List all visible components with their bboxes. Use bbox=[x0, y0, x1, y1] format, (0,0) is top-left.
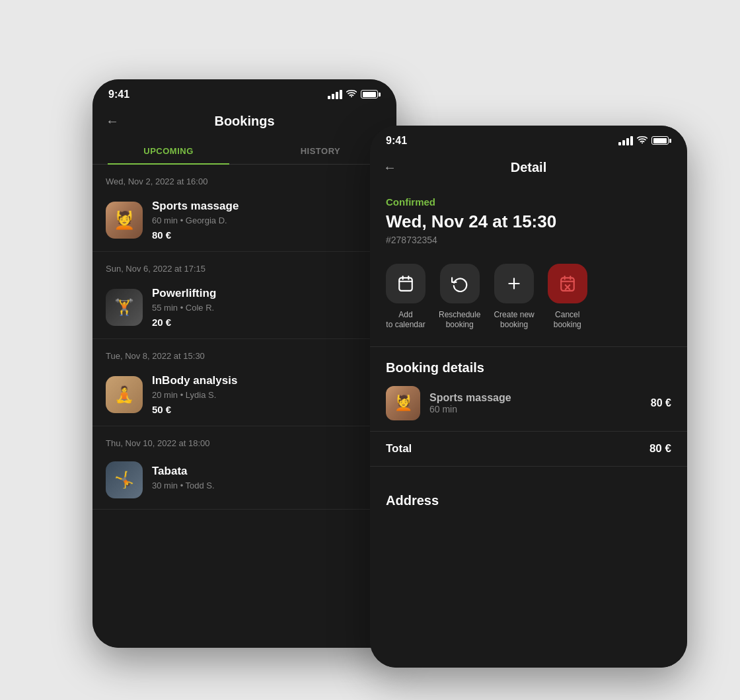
battery-icon-detail bbox=[651, 136, 671, 145]
booking-date-4: Thu, Nov 10, 2022 at 18:00 bbox=[92, 426, 396, 455]
cancel-booking-label: Cancelbooking bbox=[554, 310, 581, 331]
booking-item-3[interactable]: InBody analysis 20 min • Lydia S. 50 € bbox=[92, 368, 396, 426]
phone-detail: 9:41 bbox=[370, 126, 687, 668]
detail-service-row: 💆 Sports massage 60 min 80 € bbox=[386, 386, 671, 420]
reschedule-button[interactable]: Reschedulebooking bbox=[439, 264, 480, 331]
reschedule-icon bbox=[451, 275, 468, 292]
status-time-bookings: 9:41 bbox=[108, 89, 130, 100]
booking-name-2: Powerlifting bbox=[152, 287, 383, 300]
reschedule-label: Reschedulebooking bbox=[439, 310, 480, 331]
booking-meta-3: 20 min • Lydia S. bbox=[152, 390, 383, 400]
wifi-icon bbox=[346, 89, 357, 100]
booking-item-2[interactable]: Powerlifting 55 min • Cole R. 20 € bbox=[92, 280, 396, 339]
detail-content: Confirmed Wed, Nov 24 at 15:30 #27873235… bbox=[370, 183, 687, 668]
booking-price-3: 50 € bbox=[152, 404, 383, 415]
scene: 9:41 bbox=[73, 59, 667, 641]
signal-icon-detail bbox=[618, 136, 633, 145]
divider-2 bbox=[370, 466, 687, 467]
status-icons-detail bbox=[618, 135, 671, 146]
signal-icon bbox=[328, 90, 342, 99]
total-row: Total 80 € bbox=[370, 431, 687, 466]
status-bar-detail: 9:41 bbox=[370, 126, 687, 152]
svg-rect-2 bbox=[399, 278, 412, 291]
back-button-bookings[interactable]: ← bbox=[106, 114, 119, 129]
svg-point-0 bbox=[351, 96, 352, 97]
booking-item-1[interactable]: Sports massage 60 min • Georgia D. 80 € bbox=[92, 193, 396, 252]
booking-details-title: Booking details bbox=[386, 360, 671, 375]
total-label: Total bbox=[386, 442, 412, 455]
battery-icon bbox=[361, 90, 381, 98]
add-to-calendar-button[interactable]: Addto calendar bbox=[386, 264, 426, 331]
detail-service-price: 80 € bbox=[651, 397, 671, 409]
status-icons-bookings bbox=[328, 89, 381, 100]
tab-upcoming[interactable]: UPCOMING bbox=[92, 137, 244, 164]
detail-booking-id: #278732354 bbox=[370, 235, 687, 258]
phone-bookings: 9:41 bbox=[92, 79, 396, 648]
address-section: Address bbox=[370, 480, 687, 522]
cancel-icon-wrap bbox=[548, 264, 587, 303]
booking-list: Wed, Nov 2, 2022 at 16:00 Sports massage… bbox=[92, 165, 396, 648]
create-new-button[interactable]: Create newbooking bbox=[494, 264, 534, 331]
avatar-massage bbox=[106, 202, 143, 239]
booking-date-1: Wed, Nov 2, 2022 at 16:00 bbox=[92, 165, 396, 193]
detail-service-info: Sports massage 60 min bbox=[429, 392, 642, 414]
booking-price-1: 80 € bbox=[152, 229, 383, 241]
booking-meta-1: 60 min • Georgia D. bbox=[152, 215, 383, 225]
add-calendar-label: Addto calendar bbox=[386, 310, 425, 331]
confirmed-badge: Confirmed bbox=[370, 183, 687, 212]
create-new-label: Create newbooking bbox=[494, 310, 534, 331]
booking-info-2: Powerlifting 55 min • Cole R. 20 € bbox=[152, 287, 383, 328]
booking-name-4: Tabata bbox=[152, 465, 383, 478]
avatar-power bbox=[106, 289, 143, 326]
booking-meta-2: 55 min • Cole R. bbox=[152, 303, 383, 313]
bookings-tabs: UPCOMING HISTORY bbox=[92, 137, 396, 165]
booking-info-1: Sports massage 60 min • Georgia D. 80 € bbox=[152, 200, 383, 241]
cancel-booking-button[interactable]: Cancelbooking bbox=[548, 264, 587, 331]
total-value: 80 € bbox=[649, 442, 671, 455]
svg-rect-8 bbox=[561, 278, 574, 291]
booking-meta-4: 30 min • Todd S. bbox=[152, 481, 383, 490]
plus-icon-wrap bbox=[494, 264, 534, 303]
booking-price-2: 20 € bbox=[152, 317, 383, 328]
avatar-tabata bbox=[106, 461, 143, 498]
bookings-header: ← Bookings bbox=[92, 106, 396, 137]
cancel-icon bbox=[559, 275, 576, 292]
booking-name-1: Sports massage bbox=[152, 200, 383, 213]
booking-date-3: Tue, Nov 8, 2022 at 15:30 bbox=[92, 339, 396, 368]
address-title: Address bbox=[386, 493, 671, 508]
reschedule-icon-wrap bbox=[440, 264, 480, 303]
plus-icon bbox=[505, 275, 523, 292]
detail-title: Detail bbox=[511, 160, 546, 175]
booking-name-3: InBody analysis bbox=[152, 374, 383, 387]
status-bar-bookings: 9:41 bbox=[92, 79, 396, 106]
detail-service-name: Sports massage bbox=[429, 392, 642, 404]
avatar-inbody bbox=[106, 376, 143, 413]
booking-info-3: InBody analysis 20 min • Lydia S. 50 € bbox=[152, 374, 383, 415]
status-time-detail: 9:41 bbox=[386, 135, 407, 147]
bookings-title: Bookings bbox=[214, 114, 274, 129]
back-button-detail[interactable]: ← bbox=[383, 160, 396, 175]
detail-service-avatar: 💆 bbox=[386, 386, 420, 420]
booking-info-4: Tabata 30 min • Todd S. bbox=[152, 465, 383, 494]
detail-service-duration: 60 min bbox=[429, 404, 642, 414]
svg-point-1 bbox=[642, 142, 643, 143]
detail-header: ← Detail bbox=[370, 152, 687, 183]
booking-details-section: Booking details 💆 Sports massage 60 min … bbox=[370, 360, 687, 420]
wifi-icon-detail bbox=[637, 135, 648, 146]
detail-datetime: Wed, Nov 24 at 15:30 bbox=[370, 212, 687, 235]
calendar-icon bbox=[397, 275, 414, 292]
booking-date-2: Sun, Nov 6, 2022 at 17:15 bbox=[92, 252, 396, 280]
action-buttons: Addto calendar Reschedulebooking bbox=[370, 258, 687, 346]
booking-item-4[interactable]: Tabata 30 min • Todd S. bbox=[92, 455, 396, 510]
calendar-icon-wrap bbox=[386, 264, 426, 303]
divider-1 bbox=[370, 346, 687, 347]
